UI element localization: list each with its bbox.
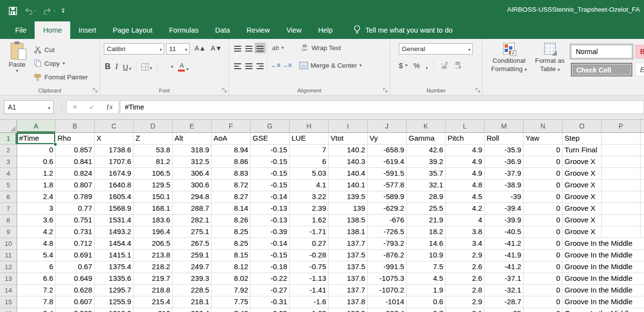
cell-A4[interactable]: 1.2 bbox=[17, 168, 56, 180]
column-header-N[interactable]: N bbox=[524, 120, 563, 133]
cell-E11[interactable]: 259.1 bbox=[173, 250, 212, 261]
cell-M3[interactable]: -36.9 bbox=[485, 156, 524, 168]
merge-center-button[interactable]: ↔ Merge & Center ▾ bbox=[299, 62, 362, 69]
cell-I7[interactable]: 139 bbox=[329, 203, 368, 215]
italic-button[interactable]: I bbox=[116, 62, 118, 71]
cell-I12[interactable]: 137.5 bbox=[329, 261, 368, 273]
cell-E5[interactable]: 300.6 bbox=[173, 180, 212, 191]
cell-I16[interactable]: 137.9 bbox=[329, 308, 368, 312]
row-header-3[interactable]: 3 bbox=[0, 156, 17, 168]
cell-A5[interactable]: 1.8 bbox=[17, 180, 56, 191]
paste-button[interactable]: Paste ▾ bbox=[4, 42, 30, 84]
row-header-12[interactable]: 12 bbox=[0, 261, 17, 273]
column-header-E[interactable]: E bbox=[173, 120, 212, 133]
fill-handle[interactable] bbox=[54, 143, 57, 146]
cell-C16[interactable]: 1216.3 bbox=[95, 308, 134, 312]
cell-N13[interactable]: 0 bbox=[524, 273, 563, 285]
cell-B7[interactable]: 0.77 bbox=[56, 203, 95, 215]
column-header-M[interactable]: M bbox=[485, 120, 524, 133]
save-icon[interactable] bbox=[9, 7, 17, 15]
row-header-9[interactable]: 9 bbox=[0, 226, 17, 238]
cell-O6[interactable]: Groove X bbox=[563, 191, 602, 203]
cell-B5[interactable]: 0.807 bbox=[56, 180, 95, 191]
cell-P7[interactable] bbox=[602, 203, 641, 215]
cell-B2[interactable]: 0.857 bbox=[56, 145, 95, 156]
cell-E14[interactable]: 228.5 bbox=[173, 285, 212, 296]
copy-dropdown-icon[interactable]: ▾ bbox=[63, 61, 65, 66]
cell-H16[interactable]: -1.69 bbox=[290, 308, 329, 312]
cell-B4[interactable]: 0.824 bbox=[56, 168, 95, 180]
cell-A2[interactable]: 0 bbox=[17, 145, 56, 156]
cell-P8[interactable] bbox=[602, 215, 641, 226]
cell-B1[interactable]: Rho bbox=[56, 133, 95, 145]
copy-button[interactable]: Copy ▾ bbox=[34, 57, 65, 69]
cell-G7[interactable]: -0.13 bbox=[251, 203, 290, 215]
row-header-5[interactable]: 5 bbox=[0, 180, 17, 191]
cell-P12[interactable] bbox=[633, 261, 644, 273]
cell-C4[interactable]: 1674.9 bbox=[95, 168, 134, 180]
cell-C9[interactable]: 1493.2 bbox=[95, 226, 134, 238]
align-left-button[interactable] bbox=[233, 61, 242, 70]
cell-C3[interactable]: 1707.6 bbox=[95, 156, 134, 168]
cell-O16[interactable]: Groove In the Middle bbox=[563, 308, 633, 312]
cell-G8[interactable]: -0.13 bbox=[251, 215, 290, 226]
cell-F15[interactable]: 7.75 bbox=[212, 296, 251, 308]
cell-J7[interactable]: -629.2 bbox=[368, 203, 407, 215]
cell-style-check[interactable]: Check Cell bbox=[571, 63, 632, 76]
align-center-button[interactable] bbox=[244, 61, 254, 70]
cell-G2[interactable]: -0.15 bbox=[251, 145, 290, 156]
cell-A3[interactable]: 0.6 bbox=[17, 156, 56, 168]
cell-E7[interactable]: 288.7 bbox=[173, 203, 212, 215]
cell-O9[interactable]: Groove X bbox=[563, 226, 602, 238]
tab-help[interactable]: Help bbox=[310, 21, 341, 39]
cell-O2[interactable]: Turn Final bbox=[563, 145, 602, 156]
row-header-8[interactable]: 8 bbox=[0, 215, 17, 226]
decrease-decimal-button[interactable]: .00→.0 bbox=[453, 61, 461, 69]
cell-G13[interactable]: -0.22 bbox=[251, 273, 290, 285]
cell-H7[interactable]: 2.39 bbox=[290, 203, 329, 215]
cell-M4[interactable]: -37.9 bbox=[485, 168, 524, 180]
cell-H12[interactable]: -0.75 bbox=[290, 261, 329, 273]
cell-F13[interactable]: 8.02 bbox=[212, 273, 251, 285]
cell-K4[interactable]: 35.7 bbox=[407, 168, 446, 180]
cell-I2[interactable]: 140.2 bbox=[329, 145, 368, 156]
cell-P11[interactable] bbox=[633, 250, 644, 261]
column-header-A[interactable]: A bbox=[17, 120, 56, 133]
cell-D4[interactable]: 106.5 bbox=[134, 168, 173, 180]
cell-L9[interactable]: 3.8 bbox=[446, 226, 485, 238]
cell-C13[interactable]: 1335.6 bbox=[95, 273, 134, 285]
cell-P3[interactable] bbox=[602, 156, 641, 168]
cell-J12[interactable]: -991.5 bbox=[368, 261, 407, 273]
cell-J9[interactable]: -726.5 bbox=[368, 226, 407, 238]
row-header-6[interactable]: 6 bbox=[0, 191, 17, 203]
cell-L2[interactable]: 4.9 bbox=[446, 145, 485, 156]
orientation-dropdown-icon[interactable]: ▾ bbox=[281, 45, 284, 50]
number-format-dropdown-icon[interactable]: ▾ bbox=[468, 47, 470, 52]
cell-I1[interactable]: Vtot bbox=[329, 133, 368, 145]
cell-L15[interactable]: 2.9 bbox=[446, 296, 485, 308]
accounting-format-button[interactable]: $▾ bbox=[399, 61, 408, 70]
accounting-dropdown-icon[interactable]: ▾ bbox=[405, 63, 408, 68]
paste-dropdown-icon[interactable]: ▾ bbox=[4, 68, 30, 73]
cell-O8[interactable]: Groove X bbox=[563, 215, 602, 226]
cell-K8[interactable]: 21.9 bbox=[407, 215, 446, 226]
cell-B15[interactable]: 0.607 bbox=[56, 296, 95, 308]
font-size-combo[interactable]: 11 ▾ bbox=[166, 43, 190, 55]
cell-N12[interactable]: 0 bbox=[524, 261, 563, 273]
row-header-11[interactable]: 11 bbox=[0, 250, 17, 261]
cell-D8[interactable]: 183.6 bbox=[134, 215, 173, 226]
cell-O5[interactable]: Groove X bbox=[563, 180, 602, 191]
cell-O11[interactable]: Groove In the Middle bbox=[563, 250, 633, 261]
top-align-button[interactable] bbox=[233, 43, 242, 53]
cancel-icon[interactable]: × bbox=[73, 103, 77, 111]
grow-font-icon[interactable]: A▲ bbox=[195, 44, 206, 52]
cell-P6[interactable] bbox=[602, 191, 641, 203]
redo-icon[interactable]: ▾ bbox=[43, 7, 55, 15]
font-name-dropdown-icon[interactable]: ▾ bbox=[159, 47, 162, 52]
cell-A9[interactable]: 4.2 bbox=[17, 226, 56, 238]
merge-center-dropdown-icon[interactable]: ▾ bbox=[359, 63, 362, 68]
cell-P16[interactable] bbox=[633, 308, 644, 312]
cell-I13[interactable]: 137.6 bbox=[329, 273, 368, 285]
comma-style-button[interactable]: , bbox=[426, 61, 428, 70]
cell-M9[interactable]: -40.5 bbox=[485, 226, 524, 238]
